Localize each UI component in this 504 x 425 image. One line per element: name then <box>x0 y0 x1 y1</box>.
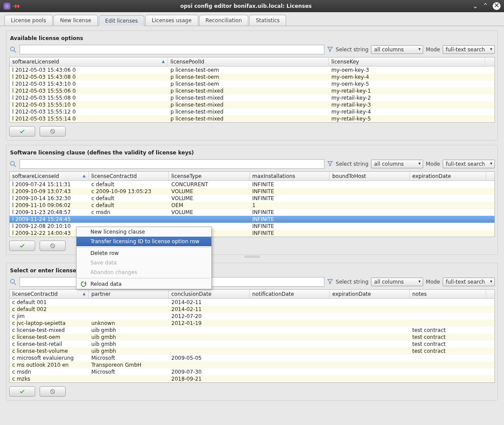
svg-point-4 <box>10 161 14 165</box>
cell <box>330 334 410 341</box>
cancel-button[interactable] <box>40 241 66 251</box>
select-string-combo[interactable]: all columns <box>371 45 423 54</box>
search-input[interactable] <box>20 159 324 169</box>
table-row[interactable]: c msdnMicrosoft2009-07-30 <box>10 368 494 375</box>
table-row[interactable]: c license-test-retailuib gmbhtest contra… <box>10 341 494 348</box>
svg-line-5 <box>14 165 16 167</box>
cell: my-retail-key-3 <box>329 101 485 108</box>
table-row[interactable]: l 2009-10-14 16:32:30c defaultVOLUMEINFI… <box>10 195 494 202</box>
col-maxinstallations[interactable]: maxInstallations <box>250 172 330 181</box>
maximize-icon[interactable]: ⌃ <box>483 3 488 10</box>
table-row[interactable]: c mzks2018-09-21 <box>10 375 494 382</box>
cell: 1 <box>250 202 330 209</box>
table-row[interactable]: l 2009-10-09 13:07:43c 2009-10-09 13:05:… <box>10 188 494 195</box>
search-icon[interactable] <box>9 160 17 168</box>
table-body[interactable]: c default 0012014-02-11c default 0022014… <box>10 299 494 382</box>
col-expirationdate[interactable]: expirationDate <box>410 172 486 181</box>
table-row[interactable]: c default 0012014-02-11 <box>10 299 494 306</box>
table-row[interactable]: l 2012-05-03 15:55:12 0p license-test-mi… <box>10 108 494 115</box>
mode-label: Mode <box>426 279 440 285</box>
cell <box>169 334 250 341</box>
tab-license-pools[interactable]: License pools <box>4 15 53 26</box>
col-notificationdate[interactable]: notificationDate <box>250 290 330 298</box>
context-menu-item[interactable]: Transfer licensing ID to license option … <box>77 237 211 246</box>
cell <box>89 299 169 306</box>
table-row[interactable]: c jvc-laptop-sepiettaunknown2012-01-19 <box>10 320 494 327</box>
cell <box>250 375 330 382</box>
table-license-contract: licenseContractId partner conclusionDate… <box>9 289 495 383</box>
table-row[interactable]: l 2012-05-03 15:43:10 0p license-test-oe… <box>10 80 494 87</box>
col-softwarelicenseid[interactable]: softwareLicenseId <box>10 57 168 66</box>
tab-edit-licenses[interactable]: Edit licenses <box>99 15 144 26</box>
filter-icon[interactable] <box>327 161 333 168</box>
table-row[interactable]: l 2009-11-23 20:48:57c msdnVOLUMEINFINIT… <box>10 209 494 216</box>
table-row[interactable]: l 2012-05-03 15:55:14 0p license-test-mi… <box>10 115 494 122</box>
context-menu-item[interactable]: Reload data <box>77 279 211 289</box>
table-row[interactable]: l 2012-05-03 15:55:06 0p license-test-mi… <box>10 87 494 94</box>
close-icon[interactable]: ✕ <box>493 2 501 10</box>
context-menu-item[interactable]: Delete row <box>77 248 211 258</box>
table-row[interactable]: l 2009-11-10 09:06:02c defaultOEM1 <box>10 202 494 209</box>
search-input[interactable] <box>20 45 324 54</box>
cancel-button[interactable] <box>40 386 66 397</box>
select-string-combo[interactable]: all columns <box>371 160 423 168</box>
cell <box>330 299 410 306</box>
table-body[interactable]: l 2012-05-03 15:43:06 0p license-test-oe… <box>10 67 494 122</box>
search-icon[interactable] <box>9 278 17 286</box>
cell <box>330 230 410 237</box>
col-licensetype[interactable]: licenseType <box>169 172 250 181</box>
col-licensecontractid[interactable]: licenseContractId <box>10 290 89 298</box>
mode-combo[interactable]: full-text search <box>443 45 495 54</box>
col-boundtohost[interactable]: boundToHost <box>330 172 410 181</box>
table-row[interactable]: c microsoft evaluierungMicrosoft2009-05-… <box>10 355 494 361</box>
cell: c default 001 <box>10 299 89 306</box>
panel-title: Software licensing clause (defines the v… <box>9 150 495 156</box>
filter-icon[interactable] <box>327 46 333 54</box>
table-row[interactable]: l 2009-07-24 15:11:31c defaultCONCURRENT… <box>10 181 494 188</box>
col-licensekey[interactable]: licenseKey <box>329 57 485 66</box>
apply-button[interactable] <box>9 241 35 251</box>
col-conclusiondate[interactable]: conclusionDate <box>169 290 250 298</box>
table-row[interactable]: c ms outlook 2010 enTransporeon GmbH <box>10 361 494 368</box>
cell <box>169 327 250 334</box>
col-expirationdate[interactable]: expirationDate <box>330 290 410 298</box>
col-notes[interactable]: notes <box>410 290 486 298</box>
table-row[interactable]: l 2012-05-03 15:43:06 0p license-test-oe… <box>10 67 494 74</box>
cancel-button[interactable] <box>40 126 66 137</box>
tab-new-license[interactable]: New license <box>53 15 98 26</box>
filter-icon[interactable] <box>327 278 333 286</box>
tab-licenses-usage[interactable]: Licenses usage <box>145 15 198 26</box>
table-row[interactable]: l 2012-05-03 15:55:10 0p license-test-mi… <box>10 101 494 108</box>
tab-reconciliation[interactable]: Reconciliation <box>199 15 249 26</box>
table-row[interactable]: c jim2012-07-20 <box>10 313 494 320</box>
col-softwarelicenseid[interactable]: softwareLicenseId <box>10 172 89 181</box>
mode-combo[interactable]: full-text search <box>443 160 495 168</box>
select-string-combo[interactable]: all columns <box>371 278 423 286</box>
table-row[interactable]: l 2009-11-24 15:24:45INFINITE <box>10 216 494 223</box>
minimize-icon[interactable]: ⌄ <box>472 3 478 10</box>
svg-point-8 <box>10 279 14 283</box>
cell: my-oem-key-4 <box>329 74 485 80</box>
cell <box>250 327 330 334</box>
table-row[interactable]: c default 0022014-02-11 <box>10 306 494 313</box>
col-partner[interactable]: partner <box>89 290 169 298</box>
cell: c license-test-volume <box>10 348 89 355</box>
table-row[interactable]: c license-test-mixeduib gmbhtest contrac… <box>10 327 494 334</box>
col-licensecontractid[interactable]: licenseContractId <box>89 172 169 181</box>
cell: c default <box>89 181 169 188</box>
mode-combo[interactable]: full-text search <box>443 278 495 286</box>
tab-statistics[interactable]: Statistics <box>249 15 286 26</box>
search-icon[interactable] <box>9 46 17 54</box>
table-row[interactable]: l 2012-05-03 15:55:08 0p license-test-mi… <box>10 94 494 101</box>
col-licensepoolid[interactable]: licensePoolId <box>168 57 329 66</box>
apply-button[interactable] <box>9 386 35 397</box>
cell: Transporeon GmbH <box>89 361 169 368</box>
apply-button[interactable] <box>9 126 35 137</box>
table-row[interactable]: c license-test-volumeuib gmbhtest contra… <box>10 348 494 355</box>
context-menu-item[interactable]: New licensing clause <box>77 227 211 237</box>
table-row[interactable]: c license-test-oemuib gmbhtest contract <box>10 334 494 341</box>
cell: c msdn <box>89 209 169 216</box>
cell: l 2012-05-03 15:43:08 0 <box>10 74 168 80</box>
table-row[interactable]: l 2012-05-03 15:43:08 0p license-test-oe… <box>10 74 494 80</box>
cell: INFINITE <box>250 230 330 237</box>
